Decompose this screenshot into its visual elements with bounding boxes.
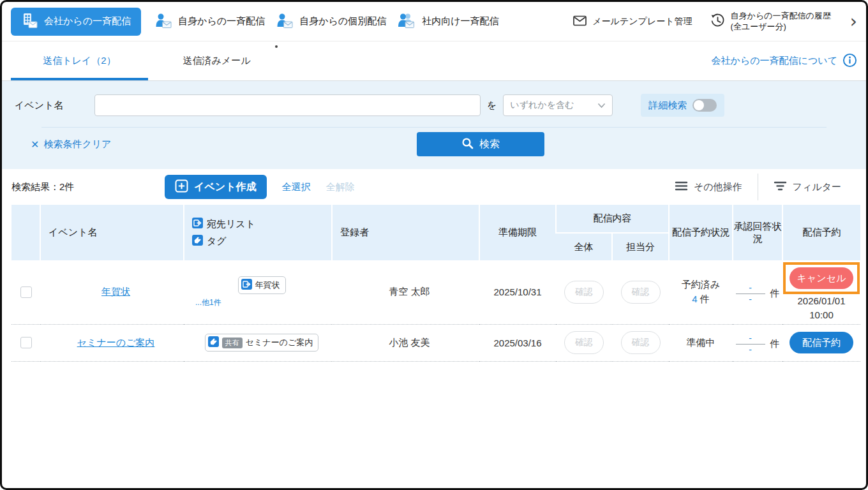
plus-square-icon (175, 179, 188, 195)
search-panel: イベント名 を いずれかを含む 詳細検索 ✕ (2, 81, 866, 169)
reservation-status: 予約済み 4 件 (669, 260, 733, 324)
header-delivery-reservation: 配信予約 (782, 205, 860, 260)
row-checkbox[interactable] (20, 337, 32, 348)
nav-item-company-broadcast[interactable]: 会社からの一斉配信 (11, 8, 141, 36)
row-checkbox[interactable] (20, 286, 32, 298)
header-assigned: 担当分 (612, 233, 669, 260)
broadcast-history-label: 自身からの一斉配信の履歴 (全ユーザー分) (731, 11, 831, 33)
results-toolbar: 検索結果：2件 イベント作成 全選択 全解除 その他操作 (2, 169, 866, 205)
header-approval-status: 承認回答状況 (733, 205, 782, 260)
search-result-count: 検索結果：2件 (11, 181, 165, 193)
tab-sent-mail[interactable]: 送信済みメール (148, 41, 285, 80)
confirm-assigned-button[interactable]: 確認 (621, 281, 661, 304)
about-link-label: 会社からの一斉配信について (712, 55, 837, 67)
delivery-reservation-cell: キャンセル 2026/01/01 10:00 (782, 260, 860, 324)
create-event-button[interactable]: イベント作成 (165, 175, 267, 199)
active-tab-underline (11, 78, 148, 80)
header-tag-label: タグ (207, 235, 227, 248)
nav-item-self-broadcast[interactable]: 自身からの一斉配信 (155, 13, 265, 31)
tab-notification-dot (275, 45, 278, 48)
search-action-row: ✕ 検索条件クリア 検索 (15, 128, 853, 161)
clear-search-label: 検索条件クリア (43, 138, 111, 151)
advanced-search-toggle[interactable] (692, 99, 717, 112)
close-icon: ✕ (31, 138, 39, 151)
reservation-status: 準備中 (669, 324, 733, 361)
broadcast-history-link[interactable]: 自身からの一斉配信の履歴 (全ユーザー分) (710, 11, 831, 33)
nav-item-self-individual[interactable]: 自身からの個別配信 (276, 13, 386, 31)
tab-outbox-label: 送信トレイ（2） (43, 55, 116, 67)
header-event-name: イベント名 (40, 205, 184, 260)
header-delivery-content: 配信内容 (556, 205, 669, 233)
tab-outbox[interactable]: 送信トレイ（2） (11, 41, 148, 80)
nav-left-group: 会社からの一斉配信 自身からの一斉配信 (11, 8, 499, 36)
confirm-overall-button[interactable]: 確認 (564, 331, 604, 354)
header-reservation-status: 配信予約状況 (669, 205, 733, 260)
nav-right-group: メールテンプレート管理 自身からの一斉配信の履歴 (全ユーザー分) › (573, 11, 857, 33)
header-deadline: 準備期限 (479, 205, 556, 260)
clear-search-conditions-link[interactable]: ✕ 検索条件クリア (31, 138, 111, 151)
highlight-outline: キャンセル (783, 262, 860, 294)
delivery-reserve-button[interactable]: 配信予約 (789, 332, 853, 353)
reserved-count: 4 (692, 293, 697, 304)
more-recipients-link[interactable]: ...他1件 (195, 297, 332, 308)
nav-item-label: 自身からの個別配信 (299, 15, 386, 27)
table-row: セミナーのご案内 共有 セミナーのご案内 (11, 324, 860, 361)
toolbar-right-group: その他操作 フィルター (659, 174, 857, 200)
deadline-date: 2025/03/16 (479, 324, 556, 361)
recipient-list-icon (241, 279, 252, 292)
search-icon (461, 137, 474, 152)
approval-status-fraction: - - 件 (733, 260, 782, 324)
top-nav: 会社からの一斉配信 自身からの一斉配信 (2, 2, 866, 41)
nav-item-label: 会社からの一斉配信 (44, 15, 131, 27)
other-actions-label: その他操作 (694, 181, 742, 193)
table-row: 年賀状 年賀状 ...他1件 青空 太郎 (11, 260, 860, 324)
event-name-link[interactable]: セミナーのご案内 (77, 337, 155, 348)
toggle-knob (694, 100, 704, 110)
building-mail-icon (21, 13, 38, 31)
confirm-assigned-button[interactable]: 確認 (621, 331, 661, 354)
hamburger-menu-icon (675, 181, 688, 193)
shared-badge: 共有 (222, 338, 243, 348)
recipient-list-icon (192, 218, 203, 230)
chevron-right-icon[interactable]: › (850, 13, 857, 31)
event-name-link[interactable]: 年賀状 (101, 286, 130, 297)
nav-item-label: 自身からの一斉配信 (178, 15, 265, 27)
deselect-all-link[interactable]: 全解除 (326, 181, 355, 193)
registrant-name: 青空 太郎 (332, 260, 479, 324)
registrant-name: 小池 友美 (332, 324, 479, 361)
delivery-reservation-cell: 配信予約 (782, 324, 860, 361)
tab-bar: 送信トレイ（2） 送信済みメール 会社からの一斉配信について (2, 41, 866, 81)
filter-button[interactable]: フィルター (758, 181, 857, 193)
match-condition-value: いずれかを含む (510, 100, 574, 111)
cancel-button[interactable]: キャンセル (789, 267, 853, 289)
deadline-date: 2025/10/31 (479, 260, 556, 324)
about-company-broadcast-link[interactable]: 会社からの一斉配信について (712, 41, 857, 80)
app-window: 会社からの一斉配信 自身からの一斉配信 (0, 0, 868, 490)
confirm-overall-button[interactable]: 確認 (564, 281, 604, 304)
tab-sent-label: 送信済みメール (183, 55, 250, 67)
advanced-search-label: 詳細検索 (648, 100, 687, 112)
mail-template-manage-label: メールテンプレート管理 (592, 16, 692, 27)
history-clock-icon (710, 13, 725, 30)
table-header: イベント名 宛先リスト (11, 205, 860, 260)
other-actions-button[interactable]: その他操作 (659, 181, 758, 193)
person-mail-icon (155, 13, 172, 31)
scheduled-datetime: 2026/01/01 10:00 (782, 294, 860, 322)
events-table: イベント名 宛先リスト (11, 205, 860, 362)
header-checkbox-column (11, 205, 40, 260)
people-mail-icon (398, 13, 416, 31)
search-button[interactable]: 検索 (417, 132, 544, 156)
info-icon[interactable] (842, 53, 857, 70)
nav-item-label: 社内向け一斉配信 (422, 15, 498, 27)
match-condition-select[interactable]: いずれかを含む (503, 94, 613, 116)
create-event-label: イベント作成 (194, 181, 257, 194)
filter-label: フィルター (793, 181, 841, 193)
select-all-link[interactable]: 全選択 (282, 181, 311, 193)
advanced-search-control[interactable]: 詳細検索 (641, 94, 724, 117)
event-name-input[interactable] (94, 94, 481, 116)
tag-chip-label: セミナーのご案内 (246, 337, 313, 348)
recipient-chip-label: 年賀状 (255, 279, 280, 291)
search-button-label: 検索 (479, 138, 500, 151)
nav-item-internal-broadcast[interactable]: 社内向け一斉配信 (398, 13, 498, 31)
mail-template-manage-link[interactable]: メールテンプレート管理 (573, 15, 692, 28)
